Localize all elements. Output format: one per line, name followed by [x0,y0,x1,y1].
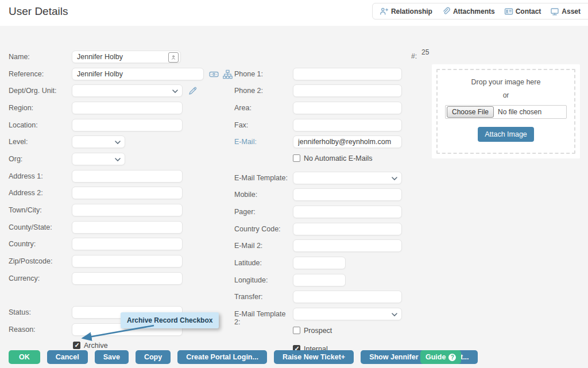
country-input[interactable] [72,238,183,250]
location-input[interactable] [72,119,183,131]
question-icon [448,354,456,361]
monitor-icon [550,7,559,16]
hash-label: #: [411,52,417,60]
field-row-email: E-Mail: [234,135,413,153]
mobile-input[interactable] [293,188,402,201]
mobile-label: Mobile: [234,188,293,199]
field-row-currency: Currency: [9,272,238,289]
field-row-mobile: Mobile: [234,188,413,206]
address2-input[interactable] [72,187,183,199]
longitude-input[interactable] [293,274,346,286]
field-row-zip: Zip/Postcode: [9,255,238,272]
attach-image-button[interactable]: Attach Image [478,127,534,142]
region-input[interactable] [72,102,183,114]
copy-button[interactable]: Copy [136,350,171,364]
email2-label: E-Mail 2: [234,239,293,250]
region-label: Region: [9,102,72,112]
transfer-label: Transfer: [234,290,293,301]
drop-text: Drop your image here [471,78,541,86]
country-code-label: Country Code: [234,223,293,233]
field-row-email-template2: E-Mail Template 2: [234,308,413,325]
field-row-location: Location: [9,119,238,136]
reference-input[interactable] [72,68,204,80]
create-portal-login-button[interactable]: Create Portal Login... [177,350,267,364]
field-row-phone1: Phone 1: [234,68,413,85]
sitemap-icon[interactable] [223,69,233,79]
choose-file-button[interactable]: Choose File [447,106,494,118]
zip-input[interactable] [72,255,183,268]
asset-label: Asset [562,7,581,16]
select-user-icon[interactable] [168,52,179,63]
field-row-region: Region: [9,102,238,119]
county-input[interactable] [72,221,183,234]
org-select[interactable] [72,153,125,165]
county-label: County/State: [9,221,72,231]
page-header: User Details Relationship Attachments Co… [0,0,588,26]
field-row-phone2: Phone 2: [234,84,413,102]
cancel-button[interactable]: Cancel [47,350,88,364]
action-bar: OK Cancel Save Copy Create Portal Login.… [9,350,478,364]
name-input[interactable] [72,51,181,63]
reason-label: Reason: [9,323,72,334]
field-row-area: Area: [234,102,413,119]
guide-button[interactable]: Guide [420,350,461,364]
email-template2-select[interactable] [293,308,402,320]
field-row-org: Org: [9,153,238,170]
address1-input[interactable] [72,170,183,183]
latitude-label: Latitude: [234,257,293,267]
dept-select[interactable] [72,84,183,97]
pager-input[interactable] [293,206,402,218]
form-area: #:25 Name: Reference: [0,26,588,368]
status-label: Status: [9,306,72,316]
name-label: Name: [9,51,72,61]
town-input[interactable] [72,204,183,216]
email2-input[interactable] [293,239,402,252]
country-code-input[interactable] [293,223,402,235]
level-select[interactable] [72,135,125,148]
contact-card-icon [504,7,513,16]
contact-card-icon[interactable] [209,69,219,79]
no-auto-emails-checkbox[interactable] [293,154,300,162]
town-label: Town/City: [9,204,72,214]
transfer-input[interactable] [293,290,402,303]
email-input[interactable] [293,135,402,148]
field-row-no-auto-emails: No Automatic E-Mails [234,153,413,172]
raise-new-ticket-button[interactable]: Raise New Ticket+ [274,350,354,364]
currency-input[interactable] [72,272,183,285]
area-input[interactable] [293,102,402,114]
fax-label: Fax: [234,119,293,129]
paperclip-icon [442,7,451,16]
phone2-input[interactable] [293,84,402,97]
no-file-text: No file chosen [498,108,541,116]
file-input[interactable]: Choose File No file chosen [445,105,567,119]
field-row-email-template: E-Mail Template: [234,172,413,189]
prospect-label: Prospect [304,327,332,335]
currency-label: Currency: [9,272,72,282]
latitude-input[interactable] [293,257,346,269]
longitude-label: Longitude: [234,274,293,284]
pencil-icon[interactable] [188,86,198,96]
chevron-down-icon [172,90,178,93]
save-button[interactable]: Save [95,350,129,364]
field-row-fax: Fax: [234,119,413,136]
field-row-latitude: Latitude: [234,257,413,274]
relationship-button[interactable]: Relationship [380,7,432,16]
attachments-button[interactable]: Attachments [442,7,495,16]
prospect-checkbox[interactable] [293,327,300,334]
country-label: Country: [9,238,72,248]
middle-column: Phone 1: Phone 2: Area: Fax: E-Mail: No … [234,68,413,362]
contact-button[interactable]: Contact [504,7,541,16]
asset-button[interactable]: Asset [550,7,581,16]
field-row-address2: Address 2: [9,187,238,204]
image-dropzone[interactable]: Drop your image here or Choose File No f… [436,69,575,154]
email-template-select[interactable] [293,172,402,184]
pager-label: Pager: [234,206,293,216]
reference-label: Reference: [9,68,72,78]
top-toolbar: Relationship Attachments Contact Asset [372,3,588,20]
email-label[interactable]: E-Mail: [234,135,293,146]
guide-label: Guide [425,353,446,361]
fax-input[interactable] [293,119,402,131]
ok-button[interactable]: OK [9,350,40,364]
person-plus-icon [380,7,389,16]
phone1-input[interactable] [293,68,402,80]
